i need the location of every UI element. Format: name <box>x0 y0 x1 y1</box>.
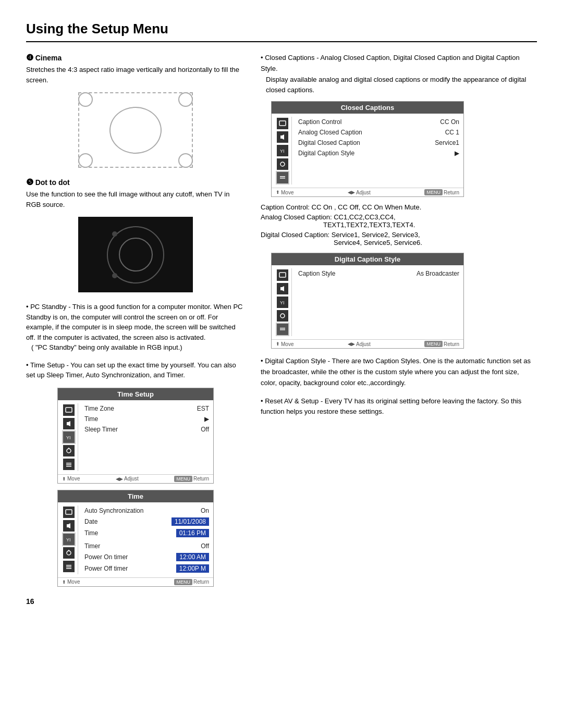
digital-caption-style-panel: Digital Caption Style YI <box>271 253 464 349</box>
icon-audio <box>63 418 75 429</box>
power-off-row: Power Off timer 12:00P M <box>82 563 211 574</box>
svg-rect-21 <box>280 178 285 179</box>
svg-rect-20 <box>280 176 285 177</box>
svg-rect-26 <box>280 328 285 329</box>
cinema-image <box>78 92 193 168</box>
time-setup-rows: Time Zone EST Time ▶ Sleep Timer Off <box>82 403 211 471</box>
icon-dcs-setup <box>277 324 288 335</box>
analog-caption-info: Analog Closed Caption: CC1,CC2,CC3,CC4, … <box>261 213 537 229</box>
auto-sync-row: Auto Synchronization On <box>82 505 211 516</box>
icon-audio2 <box>63 520 75 532</box>
footer-cc-return: MENUReturn <box>424 189 459 195</box>
icon-picture <box>63 404 75 416</box>
closed-captions-panel-title: Closed Captions <box>272 102 463 114</box>
svg-rect-22 <box>279 273 286 277</box>
pc-standby-note: ( "PC Standby" being only available in R… <box>26 342 245 353</box>
time-panel: Time YI <box>57 490 214 587</box>
cinema-body: Stretches the 4:3 aspect ratio image ver… <box>26 65 245 85</box>
timer-row: Timer Off <box>82 541 211 551</box>
footer-return2: MENUReturn <box>174 579 209 585</box>
time-setup-footer: ⬆Move ◀▶Adjust MENUReturn <box>58 474 213 483</box>
dcs-panel-rows: Caption Style As Broadcaster <box>296 268 461 336</box>
footer-cc-move: ⬆Move <box>276 189 293 195</box>
footer-return: MENUReturn <box>174 476 209 482</box>
closed-captions-intro: • Closed Captions - Analog Closed Captio… <box>261 53 537 96</box>
svg-point-25 <box>280 314 285 318</box>
icon-picture2 <box>63 507 75 518</box>
time-zone-row: Time Zone EST <box>82 403 211 414</box>
dcs-panel-footer: ⬆Move ◀▶Adjust MENUReturn <box>272 339 463 348</box>
svg-text:YI: YI <box>66 435 71 440</box>
footer-adjust: ◀▶Adjust <box>116 476 139 482</box>
icon-cc-time: YI <box>277 145 288 156</box>
svg-marker-23 <box>280 286 284 291</box>
svg-point-19 <box>280 162 285 166</box>
dcs-panel-icons: YI <box>274 268 292 336</box>
power-on-row: Power On timer 12:00 AM <box>82 551 211 563</box>
svg-text:YI: YI <box>280 300 285 305</box>
digital-caption-style-panel-title: Digital Caption Style <box>272 253 463 265</box>
cc-panel-icons: YI <box>274 117 292 184</box>
pc-standby-section: • PC Standby - This is a good function f… <box>26 302 245 353</box>
svg-rect-15 <box>66 568 71 569</box>
time-panel-title: Time <box>58 490 213 502</box>
icon-dcs-picture <box>277 269 288 281</box>
icon-cc-picture <box>277 118 288 129</box>
reset-bullet: • Reset AV & Setup - Every TV has its or… <box>261 396 537 418</box>
sleep-timer-row: Sleep Timer Off <box>82 424 211 435</box>
svg-text:YI: YI <box>280 149 285 154</box>
page-title: Using the Setup Menu <box>26 21 537 42</box>
svg-rect-0 <box>66 408 72 412</box>
footer-cc-adjust: ◀▶Adjust <box>348 189 371 195</box>
icon-cc-setup <box>277 172 288 183</box>
time-panel-icons: YI <box>60 505 78 574</box>
footer-dcs-adjust: ◀▶Adjust <box>348 341 371 347</box>
caption-control-info: Caption Control: CC On , CC Off, CC On W… <box>261 203 537 211</box>
svg-rect-13 <box>66 565 71 566</box>
dot-title: Dot to dot <box>35 178 70 187</box>
dot-number: ❺ <box>26 178 33 187</box>
icon-setup2 <box>63 561 75 572</box>
closed-captions-intro-text: Closed Captions - Analog Closed Caption,… <box>261 54 520 72</box>
footer-move: ⬆Move <box>62 476 80 482</box>
svg-marker-9 <box>67 523 70 528</box>
icon-cc-audio <box>277 131 288 143</box>
right-column: • Closed Captions - Analog Closed Captio… <box>261 53 537 606</box>
time-row: Time ▶ <box>82 414 211 424</box>
svg-marker-17 <box>280 134 284 140</box>
svg-rect-16 <box>279 121 286 126</box>
cc-panel-rows: Caption Control CC On Analog Closed Capt… <box>296 117 461 184</box>
icon-dcs-time: YI <box>277 297 288 308</box>
closed-captions-desc: Display available analog and digital clo… <box>261 75 537 96</box>
time-setup-text: Time Setup - You can set up the exact ti… <box>26 361 236 379</box>
left-column: ❹ Cinema Stretches the 4:3 aspect ratio … <box>26 53 245 606</box>
svg-point-11 <box>67 551 71 555</box>
footer-dcs-move: ⬆Move <box>276 341 293 347</box>
dot-image <box>78 217 193 292</box>
icon-time: YI <box>63 431 75 443</box>
cinema-number: ❹ <box>26 53 33 62</box>
date-row: Date 11/01/2008 <box>82 516 211 527</box>
dot-section: ❺ Dot to dot Use the function to see the… <box>26 177 245 292</box>
pc-standby-text: PC Standby - This is a good function for… <box>26 303 242 341</box>
icon-cc-channel <box>277 158 288 170</box>
time-setup-icons: YI <box>60 403 78 471</box>
digital-caption-style-row: Digital Caption Style ▶ <box>296 148 461 158</box>
time-setup-panel-title: Time Setup <box>58 388 213 400</box>
footer-dcs-return: MENUReturn <box>424 341 459 347</box>
svg-rect-6 <box>66 464 71 465</box>
cinema-title: Cinema <box>35 54 62 62</box>
icon-channel2 <box>63 547 75 559</box>
time-setup-panel: Time Setup YI <box>57 388 214 484</box>
svg-point-3 <box>67 449 71 453</box>
cc-panel-footer: ⬆Move ◀▶Adjust MENUReturn <box>272 188 463 196</box>
icon-channel <box>63 445 75 456</box>
caption-style-row: Caption Style As Broadcaster <box>296 268 461 279</box>
icon-dcs-channel <box>277 310 288 322</box>
time-panel-footer: ⬆Move MENUReturn <box>58 577 213 586</box>
closed-captions-panel: Closed Captions YI <box>271 101 464 197</box>
icon-time2: YI <box>63 534 75 545</box>
time-setup-section: • Time Setup - You can set up the exact … <box>26 360 245 380</box>
icon-setup <box>63 459 75 470</box>
svg-rect-27 <box>280 329 285 330</box>
